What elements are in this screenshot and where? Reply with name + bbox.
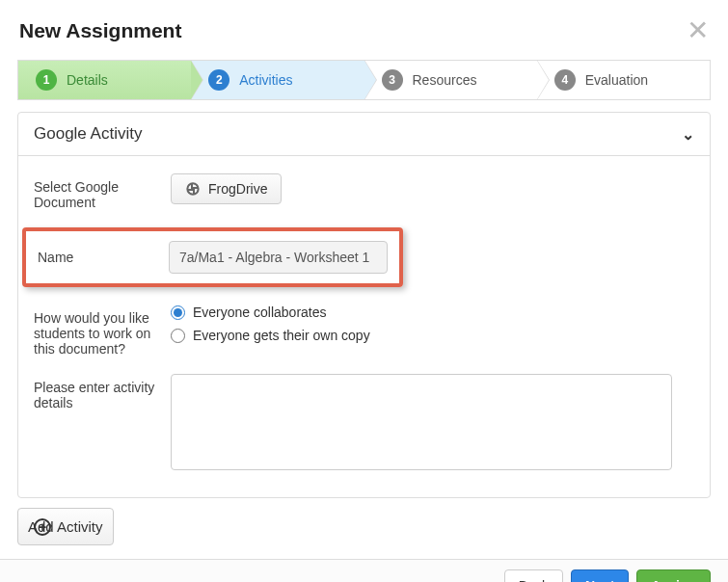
close-icon: ✕ [687, 15, 709, 45]
step-label: Resources [413, 72, 477, 88]
step-number: 4 [554, 69, 576, 91]
panel-header[interactable]: Google Activity ⌄ [18, 113, 710, 156]
step-evaluation[interactable]: 4 Evaluation [537, 61, 710, 99]
activity-details-label: Please enter activity details [34, 374, 171, 410]
radio-own-label: Everyone gets their own copy [193, 328, 370, 343]
assign-button[interactable]: Assign [636, 569, 711, 582]
step-label: Details [67, 72, 108, 88]
step-activities[interactable]: 2 Activities [191, 61, 364, 99]
work-mode-label: How would you like students to work on t… [34, 304, 171, 357]
panel-title: Google Activity [34, 124, 142, 144]
frogdrive-icon [185, 181, 201, 197]
plus-icon: + [34, 518, 51, 536]
name-input[interactable] [169, 241, 388, 274]
radio-collab-input[interactable] [171, 305, 185, 320]
frogdrive-button[interactable]: FrogDrive [171, 173, 282, 204]
footer: Back Next Assign [0, 559, 728, 582]
step-resources[interactable]: 3 Resources [364, 61, 537, 99]
next-button[interactable]: Next [571, 569, 629, 582]
chevron-down-icon: ⌄ [682, 125, 694, 144]
name-highlight: Name [22, 227, 403, 287]
activity-panel: Google Activity ⌄ Select Google Document… [17, 112, 711, 498]
step-number: 1 [36, 69, 57, 91]
step-number: 3 [382, 69, 403, 91]
radio-collab-label: Everyone collaborates [193, 304, 327, 320]
step-number: 2 [208, 69, 229, 91]
add-activity-button[interactable]: + Add Activity [17, 508, 114, 545]
step-label: Activities [239, 72, 292, 88]
step-details[interactable]: 1 Details [18, 61, 191, 99]
wizard-steps: 1 Details 2 Activities 3 Resources 4 Eva… [17, 60, 711, 100]
back-button[interactable]: Back [504, 569, 563, 582]
close-button[interactable]: ✕ [687, 17, 709, 44]
select-document-label: Select Google Document [34, 173, 171, 210]
frogdrive-label: FrogDrive [208, 181, 267, 197]
radio-own-copy[interactable]: Everyone gets their own copy [171, 328, 694, 343]
page-title: New Assignment [19, 19, 181, 42]
activity-details-textarea[interactable] [171, 374, 672, 470]
name-label: Name [38, 250, 169, 265]
radio-everyone-collaborates[interactable]: Everyone collaborates [171, 304, 694, 320]
step-label: Evaluation [585, 72, 648, 88]
radio-own-input[interactable] [171, 329, 185, 343]
